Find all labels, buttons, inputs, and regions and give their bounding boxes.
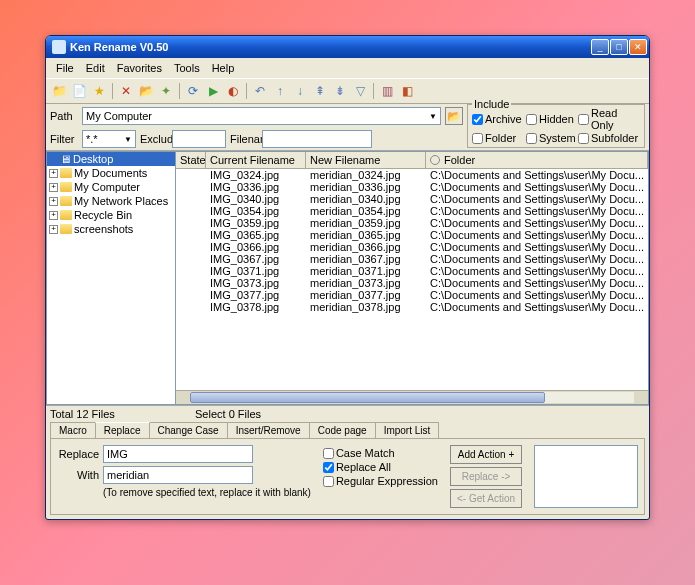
- path-combobox[interactable]: My Computer ▼: [82, 107, 441, 125]
- folder-icon[interactable]: 📂: [137, 82, 155, 100]
- menu-file[interactable]: File: [50, 60, 80, 76]
- tab-code-page[interactable]: Code page: [309, 422, 376, 438]
- include-folder[interactable]: Folder: [472, 132, 524, 144]
- add-fav-icon[interactable]: ✦: [157, 82, 175, 100]
- view-icon[interactable]: ▥: [378, 82, 396, 100]
- titlebar[interactable]: Ken Rename V0.50 _ □ ✕: [46, 36, 649, 58]
- file-row[interactable]: IMG_0324.jpgmeridian_0324.jpgC:\Document…: [176, 169, 648, 181]
- include-group: Include ArchiveHiddenRead Only FolderSys…: [467, 104, 645, 148]
- action-list[interactable]: [534, 445, 638, 508]
- col-current[interactable]: Current Filename: [206, 152, 306, 168]
- status-bar: Total 12 Files Select 0 Files: [46, 405, 649, 422]
- tab-insert-remove[interactable]: Insert/Remove: [227, 422, 310, 438]
- tab-import-list[interactable]: Import List: [375, 422, 440, 438]
- file-row[interactable]: IMG_0354.jpgmeridian_0354.jpgC:\Document…: [176, 205, 648, 217]
- file-row[interactable]: IMG_0359.jpgmeridian_0359.jpgC:\Document…: [176, 217, 648, 229]
- col-folder[interactable]: Folder: [426, 152, 648, 168]
- file-row[interactable]: IMG_0340.jpgmeridian_0340.jpgC:\Document…: [176, 193, 648, 205]
- file-row[interactable]: IMG_0377.jpgmeridian_0377.jpgC:\Document…: [176, 289, 648, 301]
- with-label: With: [57, 469, 99, 481]
- radio-icon: [430, 155, 440, 165]
- run-icon[interactable]: ▶: [204, 82, 222, 100]
- folder-icon: [60, 182, 72, 192]
- col-new[interactable]: New Filename: [306, 152, 426, 168]
- folder-open-icon[interactable]: 📁: [50, 82, 68, 100]
- expander-icon[interactable]: +: [49, 225, 58, 234]
- minimize-button[interactable]: _: [591, 39, 609, 55]
- delete-icon[interactable]: ✕: [117, 82, 135, 100]
- browse-button[interactable]: 📂: [445, 107, 463, 125]
- chevron-down-icon[interactable]: ▼: [124, 135, 132, 144]
- stop-icon[interactable]: ◐: [224, 82, 242, 100]
- folder-icon: [60, 168, 72, 178]
- tab-change-case[interactable]: Change Case: [149, 422, 228, 438]
- chevron-down-icon[interactable]: ▼: [429, 112, 437, 121]
- folder-tree[interactable]: 🖥 Desktop +My Documents+My Computer+My N…: [46, 151, 176, 405]
- toolbar: 📁 📄 ★ ✕ 📂 ✦ ⟳ ▶ ◐ ↶ ↑ ↓ ⇞ ⇟ ▽ ▥ ◧: [46, 78, 649, 104]
- scroll-thumb[interactable]: [190, 392, 545, 403]
- include-archive[interactable]: Archive: [472, 107, 524, 131]
- get-action-button[interactable]: <- Get Action: [450, 489, 522, 508]
- filename-input[interactable]: [262, 130, 372, 148]
- regex-checkbox[interactable]: Regular Exppression: [323, 475, 438, 487]
- include-system[interactable]: System: [526, 132, 576, 144]
- close-button[interactable]: ✕: [629, 39, 647, 55]
- menu-tools[interactable]: Tools: [168, 60, 206, 76]
- folder-icon: [60, 210, 72, 220]
- file-row[interactable]: IMG_0365.jpgmeridian_0365.jpgC:\Document…: [176, 229, 648, 241]
- tree-root[interactable]: 🖥 Desktop: [47, 152, 175, 166]
- add-action-button[interactable]: Add Action +: [450, 445, 522, 464]
- file-row[interactable]: IMG_0371.jpgmeridian_0371.jpgC:\Document…: [176, 265, 648, 277]
- file-row[interactable]: IMG_0366.jpgmeridian_0366.jpgC:\Document…: [176, 241, 648, 253]
- undo-icon[interactable]: ↶: [251, 82, 269, 100]
- file-row[interactable]: IMG_0367.jpgmeridian_0367.jpgC:\Document…: [176, 253, 648, 265]
- tree-item[interactable]: +Recycle Bin: [47, 208, 175, 222]
- favorite-icon[interactable]: ★: [90, 82, 108, 100]
- sort-asc-icon[interactable]: ⇞: [311, 82, 329, 100]
- include-read-only[interactable]: Read Only: [578, 107, 640, 131]
- sort-desc-icon[interactable]: ⇟: [331, 82, 349, 100]
- col-state[interactable]: State: [176, 152, 206, 168]
- menu-favorites[interactable]: Favorites: [111, 60, 168, 76]
- tree-item[interactable]: +My Documents: [47, 166, 175, 180]
- action-tabs: MacroReplaceChange CaseInsert/RemoveCode…: [46, 422, 649, 438]
- arrow-down-icon[interactable]: ↓: [291, 82, 309, 100]
- expander-icon[interactable]: +: [49, 169, 58, 178]
- folder-icon: [60, 196, 72, 206]
- expander-icon[interactable]: +: [49, 197, 58, 206]
- file-row[interactable]: IMG_0336.jpgmeridian_0336.jpgC:\Document…: [176, 181, 648, 193]
- filter-combobox[interactable]: *.* ▼: [82, 130, 136, 148]
- expander-icon[interactable]: +: [49, 211, 58, 220]
- horizontal-scrollbar[interactable]: [176, 390, 648, 404]
- maximize-button[interactable]: □: [610, 39, 628, 55]
- with-input[interactable]: [103, 466, 253, 484]
- menu-edit[interactable]: Edit: [80, 60, 111, 76]
- menu-help[interactable]: Help: [206, 60, 241, 76]
- file-row[interactable]: IMG_0373.jpgmeridian_0373.jpgC:\Document…: [176, 277, 648, 289]
- tab-replace[interactable]: Replace: [95, 422, 150, 438]
- document-icon[interactable]: 📄: [70, 82, 88, 100]
- tree-item[interactable]: +screenshots: [47, 222, 175, 236]
- exit-icon[interactable]: ◧: [398, 82, 416, 100]
- include-subfolder[interactable]: Subfolder: [578, 132, 640, 144]
- path-value: My Computer: [86, 110, 152, 122]
- app-icon: [52, 40, 66, 54]
- path-label: Path: [50, 110, 78, 122]
- refresh-icon[interactable]: ⟳: [184, 82, 202, 100]
- expander-icon[interactable]: +: [49, 183, 58, 192]
- file-row[interactable]: IMG_0378.jpgmeridian_0378.jpgC:\Document…: [176, 301, 648, 313]
- replace-hint: (To remove specified text, replace it wi…: [57, 487, 311, 498]
- replace-input[interactable]: [103, 445, 253, 463]
- file-list: State Current Filename New Filename Fold…: [176, 151, 649, 405]
- replace-button[interactable]: Replace ->: [450, 467, 522, 486]
- exclude-input[interactable]: [172, 130, 226, 148]
- filename-label: Filename: [230, 133, 258, 145]
- case-match-checkbox[interactable]: Case Match: [323, 447, 438, 459]
- arrow-up-icon[interactable]: ↑: [271, 82, 289, 100]
- tree-item[interactable]: +My Network Places: [47, 194, 175, 208]
- replace-all-checkbox[interactable]: Replace All: [323, 461, 438, 473]
- tab-macro[interactable]: Macro: [50, 422, 96, 438]
- include-hidden[interactable]: Hidden: [526, 107, 576, 131]
- filter-icon[interactable]: ▽: [351, 82, 369, 100]
- tree-item[interactable]: +My Computer: [47, 180, 175, 194]
